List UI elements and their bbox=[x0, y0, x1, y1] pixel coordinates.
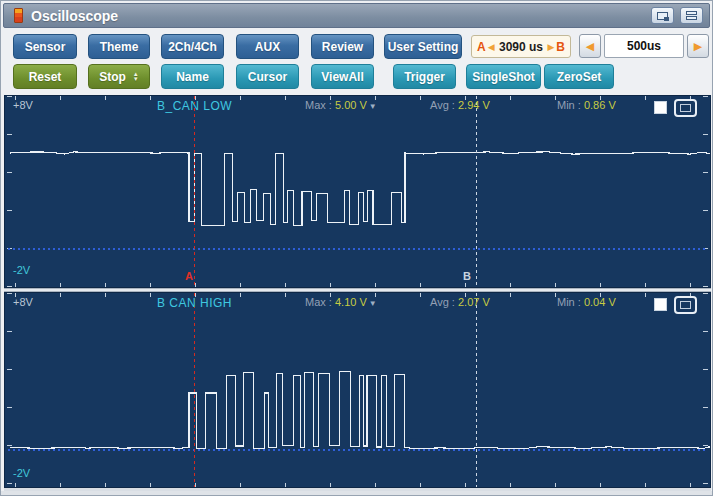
channel-2-bottom-scale: -2V bbox=[13, 467, 30, 479]
split-icon bbox=[686, 11, 697, 20]
cursor-b-label: B bbox=[556, 40, 565, 54]
channel-2-min: Min : 0.04 V bbox=[557, 296, 616, 308]
channel-1-bottom-scale: -2V bbox=[13, 264, 30, 276]
bottom-ticks bbox=[5, 283, 710, 287]
zero-reference-line bbox=[8, 449, 707, 451]
timebase-decrease-button[interactable]: ◀ bbox=[579, 34, 601, 58]
ab-time-value: 3090 us bbox=[497, 40, 546, 54]
channel-1-name: B_CAN LOW bbox=[157, 99, 232, 113]
channel-2-avg: Avg : 2.07 V bbox=[430, 296, 490, 308]
channel-1-panel[interactable]: +8V B_CAN LOW Max : 5.00 V▼ Avg : 2.94 V… bbox=[4, 95, 711, 288]
cursor-b-line[interactable] bbox=[476, 293, 477, 487]
sensor-button[interactable]: Sensor bbox=[13, 34, 77, 59]
window-title: Oscilloscope bbox=[31, 8, 118, 24]
cursor-b-line[interactable] bbox=[476, 96, 477, 287]
channel-1-waveform bbox=[5, 96, 711, 288]
timebase-increase-button[interactable]: ▶ bbox=[687, 34, 709, 58]
cursor-button[interactable]: Cursor bbox=[236, 64, 299, 89]
ab-right-arrow-icon[interactable]: ▶ bbox=[547, 42, 554, 52]
cursor-a-label: A bbox=[477, 40, 486, 54]
select-icon bbox=[680, 104, 691, 112]
app-icon bbox=[14, 8, 23, 23]
window-popout-button[interactable] bbox=[651, 7, 674, 24]
channel-1-max: Max : 5.00 V▼ bbox=[305, 99, 377, 111]
channel-2-max: Max : 4.10 V▼ bbox=[305, 296, 377, 308]
channel-1-select-button[interactable] bbox=[674, 99, 697, 117]
timebase-control: ◀ 500us ▶ bbox=[579, 34, 709, 58]
name-button[interactable]: Name bbox=[161, 64, 224, 89]
stop-spinner-icon[interactable]: ▲ ▼ bbox=[133, 72, 139, 82]
theme-button[interactable]: Theme bbox=[88, 34, 150, 59]
channel-1-min: Min : 0.86 V bbox=[557, 99, 616, 111]
cursor-a-line[interactable] bbox=[194, 96, 195, 287]
right-arrow-icon: ▶ bbox=[694, 40, 702, 53]
channel-mode-button[interactable]: 2Ch/4Ch bbox=[161, 34, 224, 59]
timebase-value: 500us bbox=[604, 34, 684, 58]
title-bar: Oscilloscope bbox=[3, 3, 710, 28]
channel-2-name: B CAN HIGH bbox=[157, 296, 232, 310]
left-arrow-icon: ◀ bbox=[586, 40, 594, 53]
ab-left-arrow-icon[interactable]: ◀ bbox=[488, 42, 495, 52]
channel-1-top-scale: +8V bbox=[13, 99, 33, 111]
left-ticks bbox=[7, 96, 12, 287]
select-icon bbox=[680, 301, 691, 309]
aux-button[interactable]: AUX bbox=[236, 34, 299, 59]
single-shot-button[interactable]: SingleShot bbox=[466, 64, 541, 89]
stop-button-label: Stop bbox=[99, 70, 126, 84]
right-ticks bbox=[703, 96, 708, 287]
oscilloscope-window: Oscilloscope Sensor Theme 2Ch/4Ch AUX Re… bbox=[0, 0, 713, 496]
right-ticks bbox=[703, 293, 708, 487]
popout-icon bbox=[657, 12, 668, 20]
channel-2-panel[interactable]: +8V B CAN HIGH Max : 4.10 V▼ Avg : 2.07 … bbox=[4, 292, 711, 488]
channel-2-select-button[interactable] bbox=[674, 296, 697, 314]
channel-2-checkbox[interactable] bbox=[654, 298, 667, 311]
max-marker-icon: ▼ bbox=[369, 299, 377, 308]
zero-reference-line bbox=[8, 248, 707, 250]
user-setting-button[interactable]: User Setting bbox=[384, 34, 462, 59]
ab-time-range-panel: A ◀ 3090 us ▶ B bbox=[471, 35, 571, 58]
channel-2-waveform bbox=[5, 293, 711, 488]
spin-down-icon: ▼ bbox=[133, 77, 139, 82]
view-all-button[interactable]: ViewAll bbox=[311, 64, 374, 89]
window-split-button[interactable] bbox=[680, 7, 703, 24]
cursor-a-line[interactable] bbox=[194, 293, 195, 487]
bottom-ticks bbox=[5, 483, 710, 487]
trigger-button[interactable]: Trigger bbox=[393, 64, 456, 89]
channel-1-checkbox[interactable] bbox=[654, 101, 667, 114]
stop-button[interactable]: Stop ▲ ▼ bbox=[88, 64, 150, 89]
review-button[interactable]: Review bbox=[311, 34, 374, 59]
window-frame-bottom bbox=[1, 491, 712, 495]
left-ticks bbox=[7, 293, 12, 487]
scope-display: +8V B_CAN LOW Max : 5.00 V▼ Avg : 2.94 V… bbox=[4, 95, 711, 492]
cursor-a-tag[interactable]: A bbox=[185, 270, 193, 282]
cursor-b-tag[interactable]: B bbox=[463, 270, 471, 282]
reset-button[interactable]: Reset bbox=[13, 64, 77, 89]
channel-2-top-scale: +8V bbox=[13, 296, 33, 308]
zero-set-button[interactable]: ZeroSet bbox=[544, 64, 614, 89]
window-controls bbox=[651, 7, 703, 24]
channel-1-avg: Avg : 2.94 V bbox=[430, 99, 490, 111]
max-marker-icon: ▼ bbox=[369, 102, 377, 111]
